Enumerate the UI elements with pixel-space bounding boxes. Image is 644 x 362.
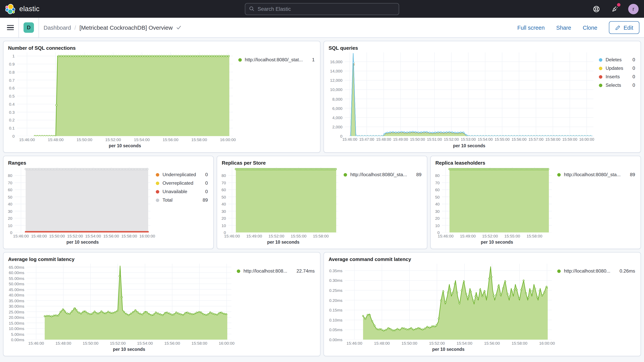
x-tick-label: 15:58:00: [191, 137, 207, 142]
y-tick-label: 2,000: [332, 124, 342, 129]
y-tick-label: 10: [435, 223, 440, 228]
chart-canvas[interactable]: [345, 52, 594, 136]
y-axis: 80706050403020100: [220, 167, 228, 232]
panel-title[interactable]: Replica leaseholders: [431, 156, 640, 166]
chart-canvas[interactable]: [442, 167, 552, 232]
chart-canvas[interactable]: [15, 167, 150, 232]
chart-canvas[interactable]: [17, 52, 233, 136]
elastic-logo-icon: [6, 3, 16, 14]
y-tick-label: 20: [435, 216, 440, 220]
fullscreen-button[interactable]: Full screen: [517, 24, 545, 31]
x-tick-label: 15:55:00: [504, 234, 520, 238]
breadcrumb-dashboard[interactable]: Dashboard: [44, 24, 71, 31]
y-tick-label: 40: [8, 202, 12, 206]
dashboard-grid: Number of SQL connections 10.90.80.70.60…: [0, 38, 644, 359]
user-avatar[interactable]: r: [628, 4, 638, 14]
legend-value: 0: [626, 74, 635, 80]
legend-item[interactable]: Overreplicated0: [156, 180, 208, 186]
clone-button[interactable]: Clone: [583, 24, 597, 31]
x-axis: 15:46:0015:49:0015:52:0015:55:0015:58:00: [442, 232, 552, 239]
x-tick-label: 15:56:00: [164, 341, 180, 346]
x-tick-label: 15:55:00: [494, 137, 510, 142]
dashboard-badge[interactable]: D: [24, 22, 34, 33]
divider: [38, 18, 39, 38]
nav-bar: D Dashboard / [Metricbeat CockroachDB] O…: [0, 18, 644, 38]
legend-label: http://localhost:8080...: [564, 268, 610, 274]
y-tick-label: 80: [8, 173, 12, 178]
y-tick-label: 50: [222, 194, 226, 199]
legend-dot-icon: [599, 84, 602, 87]
panel-title[interactable]: Average command commit latency: [324, 252, 640, 263]
panel-replica-leaseholders: Replica leaseholders 80706050403020100 1…: [430, 156, 641, 249]
legend-label: Deletes: [606, 57, 622, 62]
x-axis: 15:46:0015:48:0015:50:0015:52:0015:54:00…: [26, 340, 232, 346]
y-tick-label: 0.3: [9, 110, 15, 114]
x-tick-label: 15:59:00: [562, 137, 577, 142]
breadcrumb-separator: /: [74, 24, 76, 31]
help-lifebuoy-icon: [592, 5, 600, 12]
x-tick-label: 15:46:00: [28, 341, 44, 346]
legend-item[interactable]: http://localhost:8080...0.26ms: [558, 268, 635, 274]
legend-item[interactable]: http://localhost:8080/_sta...89: [558, 172, 635, 177]
legend-item[interactable]: Deletes0: [599, 57, 635, 62]
legend-item[interactable]: http://localhost:8080/_stat...1: [238, 57, 315, 62]
y-tick-label: 0: [12, 134, 15, 138]
title-menu-check-icon[interactable]: [176, 26, 181, 30]
breadcrumb-current[interactable]: [Metricbeat CockroachDB] Overview: [80, 24, 173, 31]
panel-title[interactable]: SQL queries: [324, 41, 640, 52]
y-tick-label: 0.9: [9, 62, 15, 66]
news-button[interactable]: [610, 4, 620, 14]
x-tick-label: 15:54:00: [85, 234, 101, 238]
legend-item[interactable]: Total89: [156, 198, 208, 203]
elastic-logo[interactable]: elastic: [6, 3, 40, 14]
x-axis-label: per 10 seconds: [345, 346, 552, 354]
legend-item[interactable]: http://localhost:808...22.74ms: [237, 268, 315, 274]
share-button[interactable]: Share: [556, 24, 571, 31]
chart-canvas[interactable]: [228, 167, 338, 232]
legend-value: 0.26ms: [613, 268, 635, 274]
edit-button[interactable]: Edit: [609, 21, 639, 34]
x-axis: 15:46:0015:48:0015:50:0015:52:0015:54:00…: [345, 340, 552, 346]
x-tick-label: 15:58:00: [512, 341, 527, 346]
chart-canvas[interactable]: [345, 264, 552, 340]
legend-value: 0: [626, 57, 635, 62]
search-input[interactable]: [258, 6, 395, 12]
x-axis: 15:46:0015:49:0015:52:0015:55:0015:58:00: [228, 232, 338, 239]
help-button[interactable]: [591, 4, 601, 14]
y-axis: 16,00014,00012,00010,0008,0006,0004,0002…: [326, 52, 345, 136]
legend-item[interactable]: http://localhost:8080/_sta...89: [344, 172, 422, 177]
x-axis-label: per 10 seconds: [17, 142, 233, 150]
x-tick-label: 15:52:00: [67, 234, 83, 238]
legend-label: http://localhost:8080/_stat...: [245, 57, 303, 62]
x-tick-label: 15:52:00: [268, 234, 284, 238]
x-tick-label: 15:54:00: [137, 341, 153, 346]
x-tick-label: 15:56:00: [484, 341, 500, 346]
x-axis: 15:46:0015:48:0015:50:0015:52:0015:54:00…: [15, 232, 150, 239]
y-tick-label: 0.4: [9, 102, 15, 106]
y-tick-label: 80: [435, 173, 440, 178]
legend-value: 89: [624, 172, 635, 177]
chart-canvas[interactable]: [26, 264, 232, 340]
legend-item[interactable]: Underreplicated0: [156, 172, 208, 177]
panel-title[interactable]: Ranges: [4, 156, 213, 166]
y-tick-label: 30: [435, 209, 440, 214]
global-search[interactable]: [245, 3, 399, 15]
legend-label: Updates: [606, 66, 623, 71]
y-tick-label: 0.25ms: [329, 288, 342, 292]
legend-item[interactable]: Updates0: [599, 66, 635, 71]
notification-dot: [617, 3, 620, 6]
y-tick-label: 0.7: [9, 78, 15, 82]
legend-item[interactable]: Inserts0: [599, 74, 635, 80]
y-tick-label: 0.05ms: [329, 328, 342, 332]
panel-title[interactable]: Number of SQL connections: [4, 41, 320, 52]
y-tick-label: 30: [8, 209, 12, 214]
panel-title[interactable]: Average log commit latency: [4, 252, 320, 263]
menu-button[interactable]: [7, 25, 14, 30]
panel-average-command-commit-latency: Average command commit latency 0.35ms0.3…: [324, 252, 641, 356]
legend-value: 89: [410, 172, 422, 177]
legend-item[interactable]: Unavailable0: [156, 189, 208, 194]
x-tick-label: 15:54:00: [478, 137, 493, 142]
x-tick-label: 15:51:00: [427, 137, 442, 142]
panel-title[interactable]: Replicas per Store: [217, 156, 427, 166]
legend-item[interactable]: Selects0: [599, 82, 635, 88]
